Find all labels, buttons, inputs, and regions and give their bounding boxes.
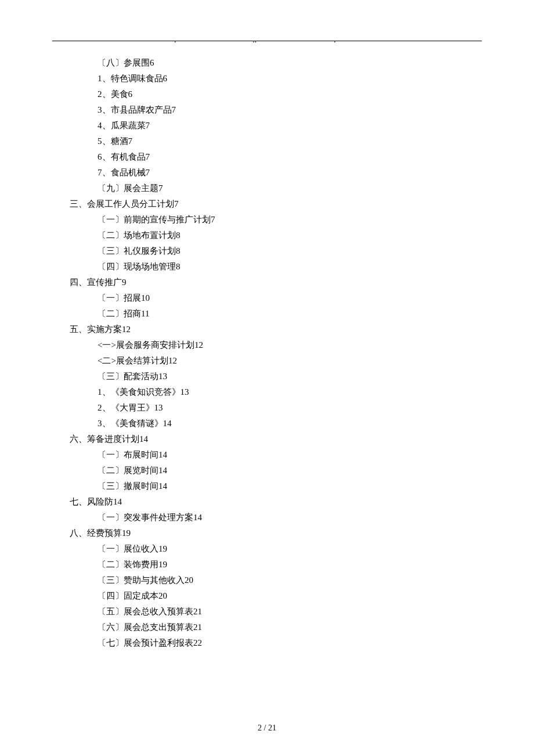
toc-entry-page: 14 [113,497,122,506]
toc-entry-text: 〔三〕赞助与其他收入 [98,575,185,585]
toc-entry-page: 20 [185,575,193,585]
toc-entry: 〔一〕前期的宣传与推广计划7 [70,212,482,228]
toc-entry-page: 14 [193,513,202,522]
toc-entry-page: 14 [163,419,172,428]
toc-entry-text: 〔二〕招商 [98,309,141,318]
toc-entry-text: 2、美食 [98,89,128,99]
toc-entry: 1、特色调味食品6 [70,71,482,87]
toc-entry: 〔六〕展会总支出预算表21 [70,620,482,635]
toc-entry-text: 〔八〕参展围 [98,58,150,67]
toc-entry-text: 四、宣传推广 [70,278,122,287]
toc-entry-text: 〔六〕展会总支出预算表 [98,622,193,632]
toc-entry-page: 6 [163,74,168,83]
toc-entry-text: 七、风险防 [70,497,113,506]
toc-entry: 〔一〕突发事件处理方案14 [70,510,482,525]
toc-entry-page: 7 [146,168,150,177]
toc-entry: 〔八〕参展围6 [70,55,482,71]
toc-entry-page: 19 [158,544,167,553]
toc-entry-page: 14 [158,481,167,491]
toc-entry-text: 〔二〕展览时间 [98,466,158,475]
toc-entry-page: 14 [158,466,167,475]
toc-entry: 〔三〕赞助与其他收入20 [70,573,482,588]
toc-entry: 〔一〕展位收入19 [70,541,482,557]
toc-entry-page: 8 [176,262,181,271]
toc-entry: 〔九〕展会主题7 [70,181,482,196]
toc-entry-page: 12 [122,325,131,334]
toc-entry-page: 13 [154,403,163,412]
toc-entry-page: 20 [158,591,167,600]
toc-entry-text: 〔一〕前期的宣传与推广计划 [98,215,211,224]
toc-entry-page: 7 [128,136,133,146]
toc-entry: 〔二〕招商11 [70,306,482,322]
toc-entry-page: 10 [141,293,150,303]
toc-entry-page: 7 [172,105,176,114]
toc-entry-page: 7 [174,199,179,208]
toc-entry-page: 13 [181,387,189,397]
toc-entry-text: 〔三〕撤展时间 [98,481,158,491]
toc-entry: 六、筹备进度计划14 [70,431,482,447]
page-number: 2 / 21 [258,723,276,732]
toc-entry-text: 〔七〕展会预计盈利报表 [98,638,193,647]
toc-entry-text: 〔一〕布展时间 [98,450,158,459]
toc-entry: 五、实施方案12 [70,322,482,337]
toc-entry: 〔一〕招展10 [70,290,482,306]
toc-entry: 〔三〕撤展时间14 [70,478,482,494]
toc-entry: 6、有机食品7 [70,149,482,165]
toc-entry-page: 7 [158,183,163,193]
toc-entry: 3、市县品牌农产品7 [70,102,482,118]
toc-entry: 〔四〕现场场地管理8 [70,259,482,275]
toc-entry: 〔四〕固定成本20 [70,588,482,604]
toc-entry: 八、经费预算19 [70,525,482,541]
toc-entry-text: 〔四〕现场场地管理 [98,262,176,271]
toc-entry-page: 14 [158,450,167,459]
toc-entry: 2、美食6 [70,87,482,102]
toc-entry: 7、食品机械7 [70,165,482,181]
toc-entry-page: 14 [139,434,148,444]
toc-entry-page: 7 [146,152,150,161]
table-of-contents: 〔八〕参展围61、特色调味食品62、美食63、市县品牌农产品74、瓜果蔬菜75、… [70,55,482,651]
toc-entry-text: 六、筹备进度计划 [70,434,139,444]
toc-entry-text: 三、会展工作人员分工计划 [70,199,174,208]
toc-entry-text: 2、《大胃王》 [98,403,154,412]
toc-entry: <二>展会结算计划12 [70,353,482,369]
toc-entry-text: 〔一〕突发事件处理方案 [98,513,193,522]
toc-entry-text: 〔一〕招展 [98,293,141,303]
toc-entry-text: <一>展会服务商安排计划 [98,340,194,350]
toc-entry: 〔七〕展会预计盈利报表22 [70,635,482,651]
toc-entry-text: 6、有机食品 [98,152,146,161]
toc-entry: <一>展会服务商安排计划12 [70,337,482,353]
toc-entry-page: 22 [193,638,202,647]
toc-entry-text: 1、《美食知识竞答》 [98,387,181,397]
toc-entry: 2、《大胃王》13 [70,400,482,416]
toc-entry-page: 19 [158,560,167,569]
toc-entry: 四、宣传推广9 [70,275,482,290]
header-rule: ... [52,41,482,41]
toc-entry-text: 五、实施方案 [70,325,122,334]
toc-entry: 七、风险防14 [70,494,482,510]
toc-entry: 〔二〕装饰费用19 [70,557,482,573]
toc-entry: 〔三〕礼仪服务计划8 [70,243,482,259]
toc-entry-text: 3、市县品牌农产品 [98,105,172,114]
toc-entry-text: 〔三〕配套活动 [98,372,158,381]
toc-entry-page: 21 [193,607,202,616]
toc-entry-page: 12 [194,340,203,350]
toc-entry: 〔二〕展览时间14 [70,463,482,478]
toc-entry-page: 6 [150,58,154,67]
toc-entry: 〔一〕布展时间14 [70,447,482,463]
toc-entry-text: <二>展会结算计划 [98,356,168,365]
toc-entry-page: 8 [176,246,181,255]
toc-entry-text: 〔二〕场地布置计划 [98,231,176,240]
toc-entry-text: 八、经费预算 [70,528,122,538]
toc-entry-text: 〔二〕装饰费用 [98,560,158,569]
toc-entry-text: 3、《美食猜谜》 [98,419,163,428]
toc-entry: 3、《美食猜谜》14 [70,416,482,431]
toc-entry-text: 〔三〕礼仪服务计划 [98,246,176,255]
toc-entry: 〔三〕配套活动13 [70,369,482,384]
toc-entry-page: 12 [168,356,177,365]
toc-entry-text: 〔九〕展会主题 [98,183,158,193]
page-footer: 2 / 21 [0,723,534,733]
toc-entry-page: 13 [158,372,167,381]
toc-entry: 1、《美食知识竞答》13 [70,384,482,400]
toc-entry-text: 7、食品机械 [98,168,146,177]
toc-entry-page: 8 [176,231,181,240]
